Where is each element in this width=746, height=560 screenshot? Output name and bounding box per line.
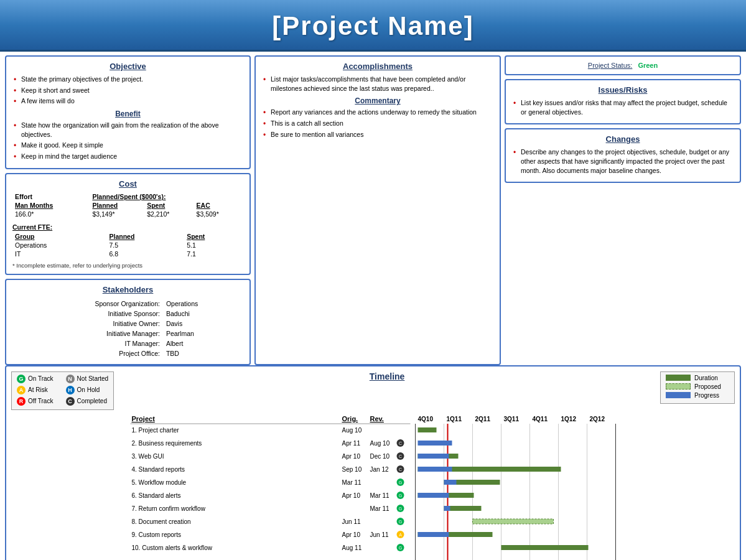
svg-rect-35	[418, 454, 449, 459]
svg-text:3Q11: 3Q11	[504, 416, 520, 422]
timeline-legend-right: Duration Proposed Progress	[660, 371, 735, 404]
cost-card: Cost Effort Planned/Spent ($000's): Man …	[5, 173, 251, 275]
svg-text:C: C	[399, 454, 402, 459]
sh-value-0: Operations	[164, 299, 242, 308]
svg-text:Orig.: Orig.	[342, 415, 358, 422]
page-header: [Project Name]	[0, 0, 746, 52]
svg-text:Dec 10: Dec 10	[370, 453, 390, 460]
svg-text:Jun 11: Jun 11	[342, 518, 361, 525]
legend-not-started: N Not Started	[66, 375, 109, 383]
svg-text:Rev.: Rev.	[370, 415, 384, 422]
legend-not-started-circle: N	[66, 375, 75, 383]
duration-label: Duration	[694, 375, 718, 381]
timeline-legend-left: G On Track N Not Started A At Risk H On …	[11, 371, 114, 410]
svg-text:C: C	[399, 467, 402, 472]
svg-text:G: G	[399, 480, 402, 485]
table-row: IT Manager: Albert	[14, 339, 242, 348]
svg-rect-66	[473, 519, 554, 524]
cost-title: Cost	[12, 179, 243, 189]
svg-text:Aug 10: Aug 10	[370, 440, 390, 447]
fte-row1-group: Operations	[12, 241, 107, 250]
legend-on-track-circle: G	[17, 375, 26, 383]
legend-on-track: G On Track	[17, 375, 60, 383]
effort-label: Effort	[12, 192, 90, 201]
commentary-item-3: Be sure to mention all variances	[262, 130, 493, 139]
sh-label-1: Initiative Sponsor:	[14, 309, 162, 318]
middle-column: Accomplishments List major tasks/accompl…	[254, 55, 501, 365]
svg-text:10. Custom alerts & workflow: 10. Custom alerts & workflow	[132, 544, 213, 551]
svg-text:Apr 10: Apr 10	[342, 453, 361, 460]
benefit-item-3: Keep in mind the target audience	[12, 152, 243, 161]
legend-completed-label: Completed	[77, 398, 107, 404]
svg-text:8. Document creation: 8. Document creation	[132, 518, 191, 525]
svg-text:7. Return confirm workflow: 7. Return confirm workflow	[132, 505, 206, 512]
svg-text:Project: Project	[132, 415, 156, 422]
accomplishments-title: Accomplishments	[262, 62, 493, 71]
duration-bar-icon	[666, 375, 691, 381]
svg-text:Mar 11: Mar 11	[370, 492, 390, 499]
sh-label-0: Sponsor Organization:	[14, 299, 162, 308]
table-row: Project Office: TBD	[14, 349, 242, 358]
svg-text:Apr 10: Apr 10	[342, 531, 361, 538]
col-eac: EAC	[194, 201, 243, 210]
accomplishments-commentary-card: Accomplishments List major tasks/accompl…	[254, 55, 501, 365]
svg-rect-22	[418, 427, 437, 432]
fte-row1-spent: 5.1	[184, 241, 243, 250]
fte-col-group: Group	[12, 232, 107, 241]
row-spent: $2,210*	[144, 210, 193, 218]
svg-text:1Q12: 1Q12	[561, 416, 577, 422]
sh-value-1: Baduchi	[164, 309, 242, 318]
fte-row1-planned: 7.5	[107, 241, 185, 250]
legend-on-hold-label: On Hold	[77, 386, 100, 393]
issues-risks-title: Issues/Risks	[512, 85, 734, 95]
svg-text:1Q11: 1Q11	[447, 416, 462, 422]
svg-text:G: G	[399, 493, 402, 498]
commentary-list: Report any variances and the actions und…	[262, 108, 493, 139]
svg-text:G: G	[399, 546, 402, 550]
sh-value-2: Davis	[164, 319, 242, 328]
legend-at-risk: A At Risk	[17, 386, 60, 394]
svg-text:Aug 11: Aug 11	[342, 544, 362, 551]
changes-list: Describe any changes to the project obje…	[512, 147, 734, 175]
svg-text:Jun 11: Jun 11	[370, 531, 389, 538]
svg-text:1. Project charter: 1. Project charter	[132, 427, 180, 434]
legend-off-track: R Off Track	[17, 397, 60, 406]
svg-text:Apr 11: Apr 11	[342, 440, 361, 447]
svg-text:Mar 11: Mar 11	[342, 479, 362, 486]
fte-row2-spent: 7.1	[184, 250, 243, 258]
svg-text:Jan 12: Jan 12	[370, 466, 389, 473]
svg-text:4Q11: 4Q11	[533, 416, 548, 422]
col-planned: Planned	[90, 201, 144, 210]
sh-value-4: Albert	[164, 339, 242, 348]
svg-text:2Q12: 2Q12	[590, 416, 605, 422]
objective-item-3: A few items will do	[12, 96, 243, 106]
legend-completed-circle: C	[66, 397, 75, 406]
timeline-card: G On Track N Not Started A At Risk H On …	[5, 365, 741, 560]
issues-risks-list: List key issues and/or risks that may af…	[512, 98, 734, 116]
changes-card: Changes Describe any changes to the proj…	[505, 128, 741, 183]
sh-label-3: Initiative Manager:	[14, 329, 162, 338]
sh-label-2: Initiative Owner:	[14, 319, 162, 328]
project-status-value: Green	[638, 62, 658, 69]
objective-list: State the primary objectives of the proj…	[12, 75, 243, 106]
benefit-list: State how the organization will gain fro…	[12, 121, 243, 161]
svg-text:Apr 10: Apr 10	[342, 492, 361, 499]
svg-text:2Q11: 2Q11	[475, 416, 491, 422]
svg-text:A: A	[399, 533, 402, 537]
col-spent: Spent	[144, 201, 193, 210]
table-row: Initiative Manager: Pearlman	[14, 329, 242, 338]
legend-proposed-row: Proposed	[666, 383, 729, 390]
svg-text:Sep 10: Sep 10	[342, 466, 362, 473]
svg-text:G: G	[399, 506, 402, 511]
cost-footnote: * Incomplete estimate, refer to underlyi…	[12, 262, 243, 269]
issues-item-1: List key issues and/or risks that may af…	[512, 98, 734, 116]
issues-risks-card: Issues/Risks List key issues and/or risk…	[505, 79, 741, 124]
objective-title: Objective	[12, 62, 243, 71]
legend-completed: C Completed	[66, 397, 109, 406]
benefit-item-1: State how the organization will gain fro…	[12, 121, 243, 139]
changes-item-1: Describe any changes to the project obje…	[512, 147, 734, 175]
project-status-label: Project Status:	[588, 62, 633, 69]
row-eac: $3,509*	[194, 210, 243, 218]
sh-value-3: Pearlman	[164, 329, 242, 338]
legend-off-track-circle: R	[17, 397, 26, 406]
